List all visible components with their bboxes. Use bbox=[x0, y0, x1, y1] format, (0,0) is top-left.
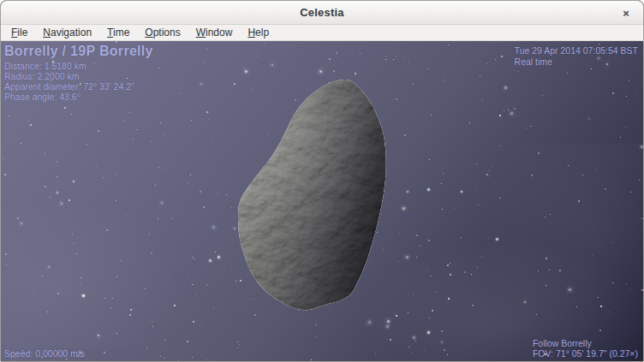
space-viewport[interactable]: Borrelly / 19P Borrelly Distance: 1.5180… bbox=[1, 41, 643, 361]
fov-readout: FOV: 71° 05' 19.7" (0.27×) bbox=[533, 348, 638, 359]
title-bar[interactable]: Celestia × bbox=[1, 1, 643, 25]
target-radius: Radius: 2.2000 km bbox=[4, 71, 153, 81]
status-panel: Follow Borrelly FOV: 71° 05' 19.7" (0.27… bbox=[533, 338, 638, 359]
close-icon[interactable]: × bbox=[617, 4, 635, 21]
menu-time[interactable]: Time bbox=[99, 26, 137, 40]
celestia-window: Celestia × File Navigation Time Options … bbox=[0, 0, 644, 362]
target-apparent-diameter: Apparent diameter: 72° 33' 24.2" bbox=[4, 81, 153, 92]
target-distance: Distance: 1.5180 km bbox=[4, 61, 153, 71]
time-mode: Real time bbox=[515, 56, 638, 68]
menu-file[interactable]: File bbox=[3, 26, 35, 40]
follow-mode: Follow Borrelly bbox=[533, 338, 638, 348]
menu-window[interactable]: Window bbox=[188, 26, 241, 40]
target-info-panel: Borrelly / 19P Borrelly Distance: 1.5180… bbox=[4, 44, 153, 102]
time-panel: Tue 29 Apr 2014 07:05:54 BST Real time bbox=[515, 45, 638, 68]
menu-bar: File Navigation Time Options Window Help bbox=[1, 25, 643, 41]
menu-navigation[interactable]: Navigation bbox=[35, 26, 99, 40]
window-title: Celestia bbox=[300, 6, 343, 19]
menu-help[interactable]: Help bbox=[240, 26, 277, 40]
menu-options[interactable]: Options bbox=[137, 26, 188, 40]
target-name: Borrelly / 19P Borrelly bbox=[4, 44, 153, 59]
current-datetime: Tue 29 Apr 2014 07:05:54 BST bbox=[515, 45, 638, 56]
speed-readout: Speed: 0.00000 m/s bbox=[4, 348, 85, 359]
target-phase-angle: Phase angle: 43.6° bbox=[4, 92, 153, 102]
